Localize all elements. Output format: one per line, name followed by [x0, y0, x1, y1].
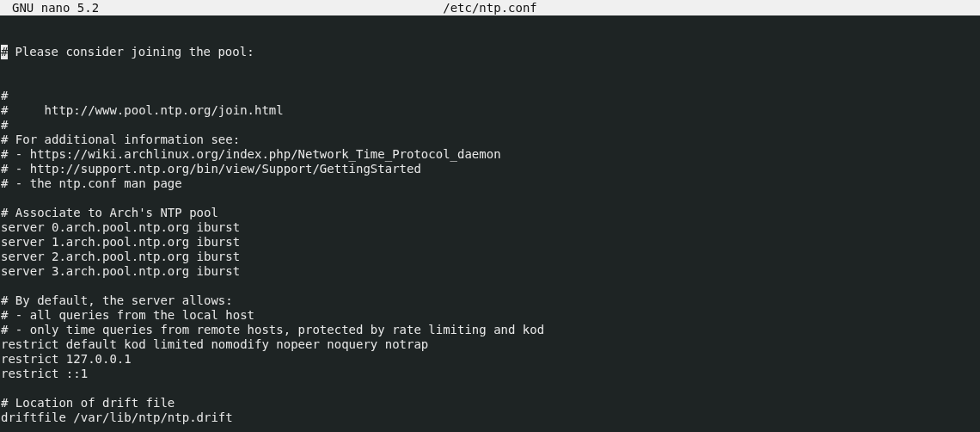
- nano-title-bar: /etc/ntp.conf GNU nano 5.2: [0, 0, 980, 15]
- file-line: # - only time queries from remote hosts,…: [1, 323, 980, 337]
- file-line: [1, 279, 980, 293]
- file-line: server 3.arch.pool.ntp.org iburst: [1, 264, 980, 279]
- file-line: server 1.arch.pool.ntp.org iburst: [1, 235, 980, 250]
- file-line: # For additional information see:: [1, 133, 980, 147]
- file-line: # - the ntp.conf man page: [1, 176, 980, 191]
- file-line: # http://www.pool.ntp.org/join.html: [1, 103, 980, 118]
- file-line: [1, 381, 980, 396]
- text-cursor: #: [1, 45, 8, 59]
- file-line: # Associate to Arch's NTP pool: [1, 206, 980, 220]
- file-line: # - http://support.ntp.org/bin/view/Supp…: [1, 162, 980, 176]
- file-line: # Location of drift file: [1, 396, 980, 410]
- nano-app-name: GNU nano 5.2: [12, 0, 99, 15]
- file-line: server 2.arch.pool.ntp.org iburst: [1, 250, 980, 264]
- file-line: [1, 191, 980, 206]
- file-line: server 0.arch.pool.ntp.org iburst: [1, 220, 980, 235]
- file-line: # - all queries from the local host: [1, 308, 980, 323]
- file-line: restrict 127.0.0.1: [1, 352, 980, 367]
- file-line: restrict default kod limited nomodify no…: [1, 337, 980, 352]
- file-line: # By default, the server allows:: [1, 293, 980, 308]
- file-line: restrict ::1: [1, 367, 980, 381]
- file-line: #: [1, 89, 980, 103]
- nano-file-path: /etc/ntp.conf: [0, 0, 980, 15]
- file-line: driftfile /var/lib/ntp/ntp.drift: [1, 410, 980, 425]
- editor-area[interactable]: # Please consider joining the pool: ## h…: [0, 15, 980, 432]
- file-line: # - https://wiki.archlinux.org/index.php…: [1, 147, 980, 162]
- file-line: #: [1, 118, 980, 133]
- file-line: # Please consider joining the pool:: [1, 45, 980, 59]
- file-line-text: Please consider joining the pool:: [8, 45, 254, 59]
